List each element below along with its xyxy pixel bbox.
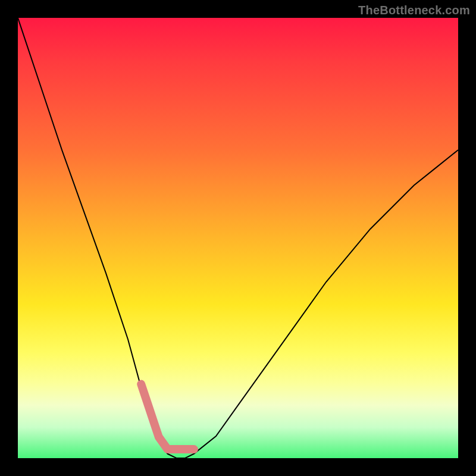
watermark-text: TheBottleneck.com [358, 4, 470, 17]
bottleneck-curve [18, 18, 458, 458]
chart-svg [18, 18, 458, 458]
chart-container: TheBottleneck.com [0, 0, 476, 476]
optimal-zone-marker [141, 384, 194, 450]
plot-area [18, 18, 458, 458]
